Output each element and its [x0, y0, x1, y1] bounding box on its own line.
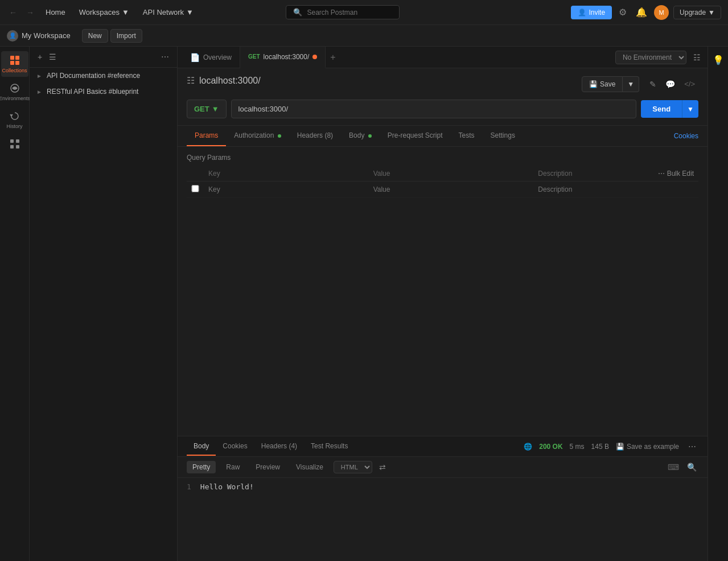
collection-item-label: API Documentation #reference: [47, 72, 140, 80]
save-dropdown-button[interactable]: ▼: [623, 76, 639, 92]
comment-button[interactable]: 💬: [662, 76, 678, 92]
tab-overview[interactable]: 📄 Overview: [182, 47, 240, 68]
collections-icon: [9, 55, 20, 66]
forward-button[interactable]: →: [24, 6, 36, 19]
req-tab-tests[interactable]: Tests: [451, 126, 483, 146]
collection-item-restful[interactable]: ► RESTful API Basics #blueprint: [30, 84, 177, 100]
req-tab-body[interactable]: Body: [341, 126, 380, 146]
search-response-button[interactable]: 🔍: [685, 461, 698, 473]
layout-icon[interactable]: ☷: [691, 51, 703, 64]
req-tab-headers[interactable]: Headers (8): [289, 126, 341, 146]
request-title: ☷ localhost:3000/: [187, 75, 261, 86]
bulk-edit-button[interactable]: ⋯ Bulk Edit: [658, 170, 694, 178]
main-content: 📄 Overview GET localhost:3000/ + No Envi…: [178, 47, 708, 561]
copy-button[interactable]: ⌨: [666, 461, 681, 473]
collection-item-api-docs[interactable]: ► API Documentation #reference: [30, 68, 177, 84]
tab-request-active[interactable]: GET localhost:3000/: [240, 47, 326, 68]
environments-icon: [9, 82, 20, 94]
value-header: Value: [369, 166, 534, 182]
save-example-button[interactable]: 💾 Save as example: [616, 443, 679, 451]
response-body: 1 Hello World!: [178, 478, 708, 561]
panel-header: + ☰ ⋯: [30, 47, 177, 68]
key-header: Key: [204, 166, 369, 182]
req-tab-settings[interactable]: Settings: [483, 126, 523, 146]
import-button[interactable]: Import: [110, 29, 142, 43]
auth-indicator: [278, 134, 281, 138]
resp-tab-test-results[interactable]: Test Results: [304, 438, 355, 456]
more-options-button[interactable]: ⋯: [686, 440, 698, 453]
resp-tab-body[interactable]: Body: [187, 438, 216, 456]
history-icon: [9, 110, 20, 122]
svg-rect-7: [10, 145, 14, 148]
url-input[interactable]: [231, 100, 637, 118]
search-icon: 🔍: [293, 8, 302, 16]
filter-button[interactable]: ☰: [48, 51, 57, 63]
resp-tab-cookies[interactable]: Cookies: [216, 438, 254, 456]
home-button[interactable]: Home: [41, 6, 70, 19]
settings-icon[interactable]: ⚙: [616, 5, 629, 20]
response-content: Hello World!: [200, 482, 254, 491]
tabs-bar: 📄 Overview GET localhost:3000/ + No Envi…: [178, 47, 708, 68]
apps-icon: [9, 138, 20, 150]
bell-icon[interactable]: 🔔: [634, 5, 649, 20]
resp-format-visualize[interactable]: Visualize: [290, 461, 329, 473]
unsaved-indicator: [312, 55, 317, 59]
row-checkbox[interactable]: [191, 185, 199, 192]
add-collection-button[interactable]: +: [36, 51, 43, 63]
req-tab-params[interactable]: Params: [187, 126, 226, 146]
value-input[interactable]: [373, 185, 529, 193]
environment-select[interactable]: No Environment: [615, 51, 686, 64]
add-tab-button[interactable]: +: [326, 50, 340, 65]
resp-format-preview[interactable]: Preview: [250, 461, 286, 473]
chevron-down-icon: ▼: [212, 105, 219, 113]
sidebar-item-history[interactable]: History: [1, 107, 28, 133]
cookies-button[interactable]: Cookies: [674, 126, 698, 146]
method-select[interactable]: GET ▼: [187, 100, 227, 118]
api-network-button[interactable]: API Network ▼: [138, 6, 198, 19]
request-area: ☷ localhost:3000/ 💾 Save ▼ ✎ 💬: [178, 68, 708, 126]
save-button-wrap: 💾 Save ▼: [582, 76, 639, 92]
response-line-1: 1 Hello World!: [187, 482, 698, 491]
send-dropdown-button[interactable]: ▼: [682, 100, 698, 118]
invite-button[interactable]: 👤 Invite: [571, 6, 612, 19]
avatar-icon[interactable]: M: [654, 5, 669, 20]
response-status: 🌐 200 OK 5 ms 145 B 💾 Save as example ⋯: [524, 440, 698, 453]
workspace-actions: New Import: [82, 29, 142, 43]
sidebar-item-collections[interactable]: Collections: [1, 51, 28, 77]
tab-right-actions: No Environment ☷: [615, 51, 703, 64]
request-bar: GET ▼ Send ▼: [187, 100, 698, 118]
query-params-section: Query Params Key Value Description ⋯ Bu: [178, 147, 708, 436]
edit-button[interactable]: ✎: [646, 76, 660, 92]
workspaces-button[interactable]: Workspaces ▼: [75, 6, 134, 19]
sidebar-item-apps[interactable]: [1, 135, 28, 153]
resp-format-pretty[interactable]: Pretty: [187, 461, 216, 473]
collections-panel: + ☰ ⋯ ► API Documentation #reference ► R…: [30, 47, 178, 561]
req-tab-auth[interactable]: Authorization: [226, 126, 289, 146]
more-options-button[interactable]: ⋯: [160, 51, 170, 63]
sidebar-icons: Collections Environments History: [0, 47, 30, 561]
req-tab-pre-request[interactable]: Pre-request Script: [380, 126, 451, 146]
svg-rect-2: [10, 61, 14, 65]
key-input[interactable]: [208, 185, 364, 193]
save-button[interactable]: 💾 Save: [582, 76, 623, 92]
globe-icon: 🌐: [524, 443, 532, 451]
workspace-bar: 👤 My Workspace New Import: [0, 25, 728, 47]
collection-item-label: RESTful API Basics #blueprint: [47, 88, 138, 96]
upgrade-button[interactable]: Upgrade ▼: [673, 6, 721, 19]
overview-icon: 📄: [190, 53, 200, 62]
new-button[interactable]: New: [82, 29, 108, 43]
resp-type-select[interactable]: HTML: [334, 461, 372, 473]
sidebar-item-environments[interactable]: Environments: [1, 79, 28, 105]
resp-format-raw[interactable]: Raw: [220, 461, 245, 473]
description-input[interactable]: [538, 185, 694, 193]
search-bar[interactable]: 🔍: [286, 5, 400, 19]
resp-tab-headers[interactable]: Headers (4): [254, 438, 304, 456]
chevron-down-icon: ▼: [122, 8, 129, 16]
wrap-text-icon[interactable]: ⇄: [377, 460, 388, 474]
code-button[interactable]: </>: [681, 76, 698, 92]
line-number: 1: [187, 482, 191, 491]
search-input[interactable]: [307, 9, 386, 16]
lightbulb-icon[interactable]: 💡: [709, 51, 727, 69]
back-button[interactable]: ←: [7, 6, 19, 19]
send-button[interactable]: Send: [641, 100, 682, 118]
